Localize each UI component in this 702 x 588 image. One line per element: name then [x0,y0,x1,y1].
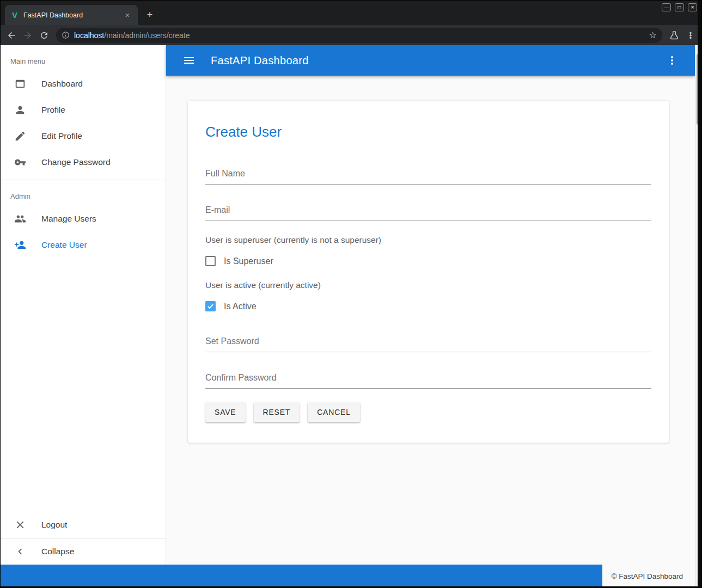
footer-copyright: © FastAPI Dashboard [602,565,695,587]
reload-button[interactable] [36,28,52,43]
footer: © FastAPI Dashboard [1,565,695,587]
sidebar: Main menu Dashboard Profile Edit Profile [1,45,166,587]
bookmark-star-icon[interactable] [649,31,657,39]
sidebar-item-create-user[interactable]: Create User [1,232,166,258]
more-vert-icon [686,30,695,40]
more-vert-icon [666,54,679,67]
sidebar-item-label: Dashboard [41,79,83,89]
sidebar-section-main-menu: Main menu [1,45,166,71]
url-path: /main/admin/users/create [104,31,190,40]
sidebar-item-change-password[interactable]: Change Password [1,149,166,175]
tab-close-icon[interactable]: × [123,10,132,20]
active-checkbox-row[interactable]: Is Active [205,301,651,311]
window-minimize-button[interactable]: — [662,3,671,11]
sidebar-bottom: Logout Collapse [1,512,166,565]
back-arrow-icon [7,30,16,40]
new-tab-button[interactable]: + [143,8,156,21]
active-checkbox-label: Is Active [224,302,257,311]
cancel-button[interactable]: CANCEL [308,402,360,422]
checkmark-icon [206,302,215,310]
person-add-icon [14,238,27,252]
browser-tab[interactable]: V FastAPI Dashboard × [5,5,138,25]
sidebar-item-label: Logout [41,520,67,530]
sidebar-item-edit-profile[interactable]: Edit Profile [1,123,166,149]
sidebar-item-label: Create User [41,240,87,250]
appbar-menu-button[interactable] [662,51,682,70]
full-name-input[interactable] [205,164,651,185]
superuser-checkbox-label: Is Superuser [224,256,273,266]
superuser-checkbox-row[interactable]: Is Superuser [205,256,651,266]
labs-beaker-icon [669,30,679,40]
reset-button[interactable]: RESET [254,402,300,422]
email-input[interactable] [205,201,651,221]
save-button[interactable]: SAVE [205,402,246,422]
hamburger-menu-button[interactable] [179,51,199,70]
close-x-icon [14,518,27,531]
tab-title: FastAPI Dashboard [23,11,118,19]
forward-button[interactable] [20,28,35,43]
window-frame-right [698,1,701,587]
address-bar[interactable]: localhost/main/admin/users/create [56,28,662,43]
active-checkbox[interactable] [205,301,216,311]
full-name-field-wrap [205,164,651,185]
reload-icon [39,30,49,40]
people-icon [14,212,27,225]
browser-toolbar: localhost/main/admin/users/create [1,25,701,45]
sidebar-section-admin: Admin [1,180,166,206]
dashboard-icon [14,77,27,90]
hamburger-icon [182,54,196,67]
sidebar-item-logout[interactable]: Logout [1,512,166,538]
sidebar-item-profile[interactable]: Profile [1,97,166,123]
footer-bar [1,565,602,587]
browser-menu-button[interactable] [683,28,698,43]
app-area: Main menu Dashboard Profile Edit Profile [1,45,701,587]
window-frame-bottom [1,586,701,587]
chevron-left-icon [14,545,27,558]
app-title: FastAPI Dashboard [211,54,309,67]
window-controls: — ▢ ✕ [662,3,697,11]
email-field-wrap [205,201,651,221]
page-title: Create User [205,124,651,140]
superuser-checkbox[interactable] [205,256,216,266]
sidebar-item-dashboard[interactable]: Dashboard [1,71,166,97]
sidebar-item-collapse[interactable]: Collapse [1,538,166,565]
browser-window: V FastAPI Dashboard × + — ▢ ✕ localhost/… [0,0,702,588]
password-field-wrap [205,332,651,352]
browser-labs-button[interactable] [667,28,682,43]
sidebar-item-label: Collapse [41,547,74,556]
pencil-icon [14,130,27,143]
key-icon [14,156,27,169]
sidebar-item-label: Change Password [41,157,111,167]
url-host: localhost [74,31,104,40]
url-text[interactable]: localhost/main/admin/users/create [74,31,644,40]
sidebar-item-label: Manage Users [41,214,96,224]
password-input[interactable] [205,332,651,352]
form-buttons: SAVE RESET CANCEL [205,402,651,422]
create-user-card: Create User User is superuser (currently… [188,101,669,443]
vuetify-favicon-icon: V [10,11,19,20]
active-hint-text: User is active (currently active) [205,280,651,290]
superuser-hint-text: User is superuser (currently is not a su… [205,235,651,245]
confirm-password-input[interactable] [205,369,651,389]
sidebar-item-label: Profile [41,105,65,115]
browser-titlebar: V FastAPI Dashboard × + — ▢ ✕ [1,1,701,25]
sidebar-item-manage-users[interactable]: Manage Users [1,206,166,232]
back-button[interactable] [4,28,19,43]
sidebar-item-label: Edit Profile [41,131,82,141]
window-close-button[interactable]: ✕ [688,3,697,11]
site-info-icon[interactable] [62,31,70,39]
person-icon [14,103,27,117]
confirm-password-field-wrap [205,369,651,389]
main-column: FastAPI Dashboard Create User User is su… [166,45,695,587]
app-bar: FastAPI Dashboard [166,45,695,76]
page-content: Create User User is superuser (currently… [166,76,695,587]
forward-arrow-icon [23,30,33,40]
window-maximize-button[interactable]: ▢ [675,3,684,11]
